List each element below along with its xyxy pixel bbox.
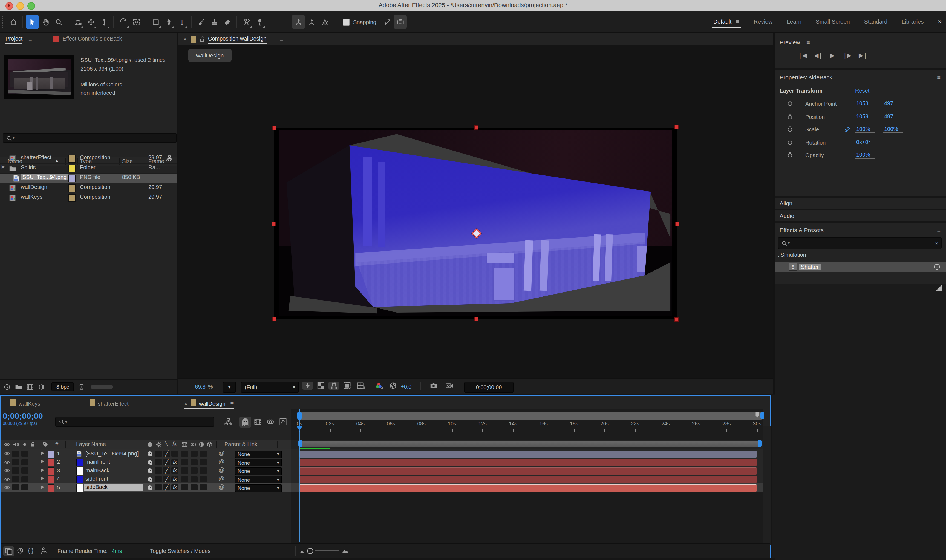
- audio-title[interactable]: Audio: [780, 212, 794, 219]
- layer-fx-icon[interactable]: fx: [171, 485, 178, 491]
- layer-label-swatch[interactable]: [48, 467, 54, 475]
- recttool-tool-icon[interactable]: [149, 15, 162, 29]
- adjustment-icon[interactable]: [38, 383, 45, 391]
- layer-expander-icon[interactable]: ▶: [41, 476, 45, 481]
- grid-guides-icon[interactable]: [355, 382, 366, 390]
- solid-color-swatch[interactable]: [76, 458, 83, 467]
- properties-panel-menu-icon[interactable]: ≡: [937, 74, 940, 80]
- dolly-tool-icon[interactable]: [97, 15, 111, 29]
- render-multi-frame-icon[interactable]: [40, 547, 48, 554]
- layer-row-3[interactable]: ▶3mainBack╱fx@None▾: [0, 466, 291, 475]
- transform-value-y[interactable]: 100%: [883, 126, 903, 133]
- close-comp-tab-icon[interactable]: ×: [183, 36, 187, 42]
- project-item-walldesign[interactable]: wallDesignComposition29.97: [0, 183, 177, 193]
- current-time-indicator-arrow[interactable]: [297, 426, 302, 431]
- layer-row-4[interactable]: ▶4sideFront╱fx@None▾: [0, 475, 291, 484]
- selection-handle[interactable]: [474, 125, 478, 130]
- selection-handle[interactable]: [272, 222, 276, 226]
- show-snapshot-icon[interactable]: [443, 382, 455, 390]
- new-composition-icon[interactable]: [26, 383, 34, 391]
- effects-search-input[interactable]: ▾ ×: [778, 237, 941, 249]
- exposure-value[interactable]: +0.0: [401, 382, 412, 392]
- magnifier-tool-icon[interactable]: [52, 15, 65, 29]
- comp-breadcrumb-button[interactable]: wallDesign: [188, 49, 232, 62]
- solo-column-icon[interactable]: [22, 441, 28, 448]
- column-layer-name[interactable]: Layer Name: [76, 441, 106, 447]
- trash-icon[interactable]: [78, 383, 85, 391]
- layer-expander-icon[interactable]: ▶: [41, 485, 45, 489]
- panbehind-tool-icon[interactable]: [130, 15, 143, 29]
- layer-shy-icon[interactable]: [146, 476, 153, 483]
- layer-duration-bar[interactable]: [300, 467, 757, 474]
- layer-name[interactable]: [SSU_Te...6x994.png]: [85, 450, 139, 456]
- work-area-bar[interactable]: [300, 441, 760, 447]
- timeline-tab-shattereffect[interactable]: shatterEffect: [90, 399, 129, 407]
- timeline-zoom-track[interactable]: [315, 550, 339, 551]
- reset-button[interactable]: Reset: [855, 88, 869, 94]
- brush-tool-icon[interactable]: [194, 15, 208, 29]
- transparency-grid-icon[interactable]: [315, 382, 326, 390]
- expand-transfer-controls-icon[interactable]: [17, 547, 24, 554]
- selection-handle[interactable]: [674, 317, 679, 322]
- layer-duration-bar[interactable]: [300, 459, 757, 466]
- column-parent-link[interactable]: Parent & Link: [225, 441, 257, 447]
- work-area-start-handle[interactable]: [298, 440, 302, 447]
- eraser-tool-icon[interactable]: [221, 15, 234, 29]
- mask-visibility-icon[interactable]: [328, 382, 340, 390]
- fx-column-icon[interactable]: fx: [172, 441, 177, 447]
- label-column-icon[interactable]: [42, 441, 49, 448]
- transform-value-x[interactable]: 100%: [855, 126, 875, 133]
- effects-category-simulation[interactable]: ⌄Simulation: [777, 252, 806, 258]
- motion-blur-toggle-icon[interactable]: [266, 418, 275, 426]
- interpret-footage-icon[interactable]: [3, 383, 11, 391]
- label-swatch[interactable]: [68, 155, 75, 163]
- column-number[interactable]: #: [55, 441, 58, 447]
- solid-color-swatch[interactable]: [76, 467, 83, 475]
- current-time-indicator[interactable]: [297, 412, 301, 420]
- snapping-checkbox[interactable]: [343, 18, 350, 25]
- cube-3d-column-icon[interactable]: [206, 441, 213, 448]
- layer-name[interactable]: sideFront: [85, 476, 108, 482]
- layer-label-swatch[interactable]: [48, 476, 54, 484]
- label-swatch[interactable]: [68, 194, 75, 202]
- home-tool-icon[interactable]: [6, 15, 20, 29]
- time-navigator-bar[interactable]: [298, 412, 764, 420]
- next-frame-button[interactable]: ❘▶: [843, 52, 851, 59]
- stopwatch-icon[interactable]: [787, 100, 793, 107]
- timeline-ruler[interactable]: 0s02s04s06s08s10s12s14s16s18s20s22s24s26…: [291, 409, 763, 440]
- lock-column-icon[interactable]: [29, 441, 36, 448]
- layer-expander-icon[interactable]: ▶: [41, 450, 45, 455]
- clear-search-icon[interactable]: ×: [935, 240, 938, 246]
- parent-link-dropdown[interactable]: None▾: [235, 467, 282, 475]
- pen-tool-icon[interactable]: [162, 15, 175, 29]
- parent-pickwhip-icon[interactable]: @: [218, 484, 225, 490]
- expand-layer-switches-icon[interactable]: [3, 546, 14, 556]
- layer-track-4[interactable]: [291, 475, 771, 484]
- stopwatch-icon[interactable]: [787, 139, 793, 145]
- layer-shy-icon[interactable]: [146, 451, 153, 457]
- timeline-tab-walldesign[interactable]: ×wallDesign≡: [184, 401, 234, 407]
- timeline-panel-menu-icon[interactable]: ≡: [231, 400, 234, 407]
- snapdiag-icon[interactable]: [381, 15, 394, 29]
- zoom-out-icon[interactable]: [299, 548, 306, 554]
- exposure-icon[interactable]: [388, 382, 398, 390]
- parent-link-dropdown[interactable]: None▾: [235, 476, 282, 484]
- video-column-icon[interactable]: [4, 441, 11, 448]
- quality-column-icon[interactable]: ╲: [165, 441, 168, 447]
- axisW-mode-icon[interactable]: [305, 15, 318, 29]
- parent-pickwhip-icon[interactable]: @: [218, 449, 225, 456]
- frame-blend-toggle-icon[interactable]: [254, 418, 262, 426]
- stamp-tool-icon[interactable]: [208, 15, 221, 29]
- close-tab-icon[interactable]: ×: [184, 401, 188, 407]
- transform-value-y[interactable]: 497: [883, 113, 903, 120]
- toggle-switches-modes-button[interactable]: Toggle Switches / Modes: [150, 548, 211, 554]
- info-icon[interactable]: [934, 263, 940, 271]
- expander-icon[interactable]: ▶: [2, 164, 5, 169]
- comp-timecode[interactable]: 0;00;00;00: [464, 382, 514, 393]
- zoom-value[interactable]: 69.8: [195, 382, 206, 392]
- new-folder-icon[interactable]: [15, 383, 22, 391]
- snapbox-icon[interactable]: [394, 15, 407, 29]
- workspace-overflow-icon[interactable]: »: [938, 17, 940, 25]
- layer-fx-icon[interactable]: [171, 451, 178, 457]
- align-title[interactable]: Align: [780, 200, 792, 206]
